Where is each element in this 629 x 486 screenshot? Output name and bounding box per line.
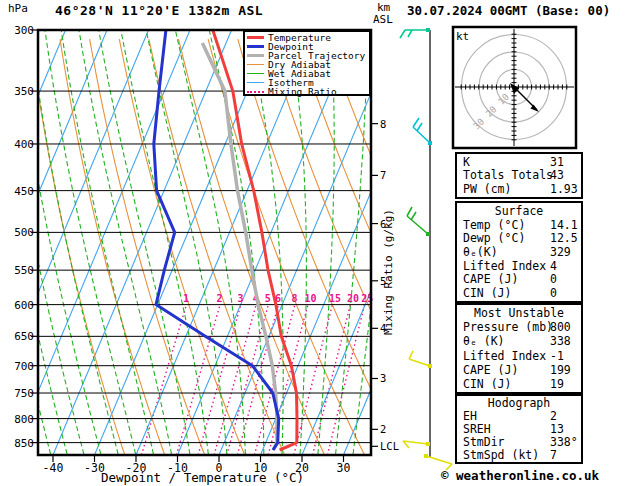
table-row: Lifted Index4 xyxy=(457,260,581,272)
row-value: 19 xyxy=(550,378,564,390)
legend-line-sample xyxy=(247,82,264,83)
legend-line-sample xyxy=(247,45,264,48)
pressure-tick-label: 650 xyxy=(14,330,34,343)
legend-line-sample xyxy=(247,54,264,57)
row-value: 14.1 xyxy=(550,219,578,231)
km-tick-label: 8 xyxy=(380,118,386,130)
row-value: 12.5 xyxy=(550,232,578,244)
row-value: 199 xyxy=(550,364,571,376)
wet-adiabat-line xyxy=(121,30,208,454)
pressure-tick-label: 750 xyxy=(14,387,34,400)
table-row: Totals Totals43 xyxy=(457,169,581,181)
row-label: K xyxy=(463,155,470,169)
row-label: StmSpd (kt) xyxy=(463,448,539,462)
row-value: -1 xyxy=(550,350,564,362)
wind-barb-marker xyxy=(428,364,432,368)
row-label: Totals Totals xyxy=(463,168,553,182)
row-label: CIN (J) xyxy=(463,377,511,391)
mixing-ratio-line xyxy=(294,305,333,455)
pressure-tick-label: 400 xyxy=(14,138,34,151)
wet-adiabat-line xyxy=(61,30,153,454)
wind-barb-marker xyxy=(426,28,430,32)
row-value: 0 xyxy=(550,287,557,299)
mixing-ratio-label: 8 xyxy=(291,293,297,304)
pressure-tick-label: 700 xyxy=(14,360,34,373)
mixing-ratio-line xyxy=(313,305,351,455)
table-row: Lifted Index-1 xyxy=(457,350,581,362)
row-label: Dewp (°C) xyxy=(463,231,525,245)
row-value: 13 xyxy=(550,423,564,435)
surface-table: SurfaceTemp (°C)14.1Dewp (°C)12.5θₑ(K)32… xyxy=(455,201,583,303)
dry-adiabat-line xyxy=(593,39,629,455)
temperature-axis-title: Dewpoint / Temperature (°C) xyxy=(90,470,315,485)
legend-line-sample xyxy=(247,91,264,93)
row-value: 2 xyxy=(550,410,557,422)
row-label: Temp (°C) xyxy=(463,218,525,232)
km-tick-label: 7 xyxy=(380,169,386,181)
wind-barb-marker xyxy=(428,141,432,145)
table-title: Hodograph xyxy=(457,397,581,409)
wind-barb xyxy=(413,118,430,143)
hodograph-table: HodographEH2SREH13StmDir338°StmSpd (kt)7 xyxy=(455,394,583,464)
table-row: CAPE (J)199 xyxy=(457,364,581,376)
row-value: 43 xyxy=(550,169,564,181)
table-row: Temp (°C)14.1 xyxy=(457,219,581,231)
pressure-tick-label: 600 xyxy=(14,299,34,312)
km-tick-label: 3 xyxy=(380,372,386,384)
row-label: PW (cm) xyxy=(463,182,511,196)
wind-barb xyxy=(409,351,430,366)
table-row: K31 xyxy=(457,156,581,168)
table-row: SREH13 xyxy=(457,423,581,435)
row-label: θₑ(K) xyxy=(463,245,498,259)
table-row: Pressure (mb)800 xyxy=(457,321,581,333)
row-value: 31 xyxy=(550,156,564,168)
skewt-sounding-page: hPa 46°28'N 11°20'E 1382m ASL km ASL 30.… xyxy=(0,0,629,486)
wind-barb xyxy=(400,30,429,38)
wind-barb-marker xyxy=(426,232,430,236)
km-tick-label: LCL xyxy=(380,440,399,452)
legend-line-sample xyxy=(247,73,264,74)
table-row: EH2 xyxy=(457,410,581,422)
wind-barb xyxy=(407,207,428,234)
row-value: 0 xyxy=(550,273,557,285)
temperature-tick-label: -40 xyxy=(43,461,64,475)
mixing-ratio-label: 20 xyxy=(347,293,359,304)
table-row: PW (cm)1.93 xyxy=(457,183,581,195)
row-label: CAPE (J) xyxy=(463,363,518,377)
hodograph-plot: 102030kt xyxy=(453,27,576,148)
mixing-ratio-label: 5 xyxy=(265,293,271,304)
wind-barb-marker xyxy=(426,442,430,446)
row-value: 1.93 xyxy=(550,183,578,195)
table-row: CIN (J)0 xyxy=(457,287,581,299)
row-value: 800 xyxy=(550,321,571,333)
row-label: Pressure (mb) xyxy=(463,320,553,334)
mixing-ratio-label: 15 xyxy=(329,293,341,304)
table-row: StmDir338° xyxy=(457,436,581,448)
temperature-tick-label: 30 xyxy=(337,461,351,475)
mixing-ratio-label: 2 xyxy=(217,293,223,304)
row-label: Lifted Index xyxy=(463,349,546,363)
mixing-ratio-label: 3 xyxy=(237,293,243,304)
table-row: θₑ(K)329 xyxy=(457,246,581,258)
table-title: Most Unstable xyxy=(457,307,581,319)
mixing-ratio-axis-title: Mixing Ratio (g/kg) xyxy=(382,192,398,352)
row-value: 7 xyxy=(550,449,557,461)
wind-barb xyxy=(403,441,428,448)
wind-barb-axis xyxy=(400,28,452,470)
table-row: θₑ (K)338 xyxy=(457,335,581,347)
legend: TemperatureDewpointParcel TrajectoryDry … xyxy=(243,30,371,96)
wet-adiabat-line xyxy=(99,30,190,454)
wind-barb-marker xyxy=(424,454,428,458)
pressure-tick-label: 800 xyxy=(14,413,34,426)
km-tick-label: 2 xyxy=(380,423,386,435)
row-label: CAPE (J) xyxy=(463,272,518,286)
pressure-tick-label: 450 xyxy=(14,185,34,198)
legend-item-label: Mixing Ratio xyxy=(268,87,337,96)
table-row: StmSpd (kt)7 xyxy=(457,449,581,461)
row-label: CIN (J) xyxy=(463,286,511,300)
table-row: Dewp (°C)12.5 xyxy=(457,232,581,244)
indices-table: K31Totals Totals43PW (cm)1.93 xyxy=(455,152,583,199)
table-row: CIN (J)19 xyxy=(457,378,581,390)
pressure-tick-label: 550 xyxy=(14,264,34,277)
wet-adiabat-line xyxy=(0,30,2,454)
